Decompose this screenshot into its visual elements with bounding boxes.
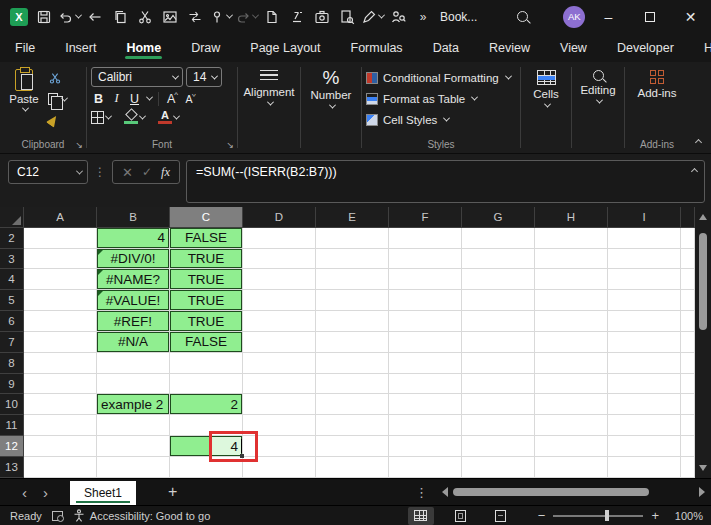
cell-C13[interactable] <box>170 457 243 478</box>
tab-draw[interactable]: Draw <box>190 37 221 59</box>
fill-color-button[interactable] <box>124 110 145 124</box>
cell-A3[interactable] <box>24 249 97 270</box>
select-all-corner[interactable] <box>0 207 24 228</box>
paste-button[interactable]: Paste <box>4 67 44 137</box>
cell-I8[interactable] <box>608 353 681 374</box>
cell-E7[interactable] <box>316 332 389 353</box>
cancel-button[interactable]: ✕ <box>122 165 133 180</box>
tab-review[interactable]: Review <box>488 37 531 59</box>
cell-I5[interactable] <box>608 290 681 311</box>
cell-F9[interactable] <box>389 374 462 395</box>
styles-item-conditional-formatting[interactable]: Conditional Formatting <box>366 67 516 88</box>
horizontal-scrollbar[interactable] <box>442 486 705 498</box>
cell-B6[interactable]: #REF! <box>97 311 170 332</box>
cell-F13[interactable] <box>389 457 462 478</box>
page-break-view-button[interactable] <box>488 507 514 525</box>
cell-F10[interactable] <box>389 394 462 415</box>
bold-button[interactable]: B <box>91 90 106 107</box>
undo-icon[interactable] <box>58 5 81 29</box>
cell-E8[interactable] <box>316 353 389 374</box>
cell-D6[interactable] <box>243 311 316 332</box>
cell-E9[interactable] <box>316 374 389 395</box>
back-icon[interactable] <box>84 5 106 29</box>
cell-H6[interactable] <box>535 311 608 332</box>
row-header-4[interactable]: 4 <box>0 269 24 290</box>
cell-G3[interactable] <box>462 249 535 270</box>
cell-F11[interactable] <box>389 415 462 436</box>
cell-G9[interactable] <box>462 374 535 395</box>
cell-I4[interactable] <box>608 269 681 290</box>
cell-A5[interactable] <box>24 290 97 311</box>
insert-function-button[interactable]: fx <box>161 165 170 180</box>
cell-I12[interactable] <box>608 436 681 457</box>
cell-E5[interactable] <box>316 290 389 311</box>
overflow-icon[interactable]: » <box>412 5 434 29</box>
cell-G12[interactable] <box>462 436 535 457</box>
column-header-G[interactable]: G <box>462 207 535 228</box>
format-painter-button[interactable] <box>48 112 67 128</box>
camera-icon[interactable] <box>311 5 333 29</box>
number-button[interactable]: % Number <box>305 67 357 153</box>
cell-D10[interactable] <box>243 394 316 415</box>
cell-G10[interactable] <box>462 394 535 415</box>
cut-button[interactable] <box>48 70 67 86</box>
cell-E11[interactable] <box>316 415 389 436</box>
search-icon[interactable] <box>511 5 533 29</box>
cell-D13[interactable] <box>243 457 316 478</box>
horizontal-scroll-track[interactable] <box>453 486 693 498</box>
vertical-scrollbar[interactable] <box>695 207 711 478</box>
column-header-C[interactable]: C <box>170 207 243 228</box>
cell-B9[interactable] <box>97 374 170 395</box>
cell-D7[interactable] <box>243 332 316 353</box>
cell-E10[interactable] <box>316 394 389 415</box>
cell-B8[interactable] <box>97 353 170 374</box>
cell-E2[interactable] <box>316 228 389 249</box>
tab-page-layout[interactable]: Page Layout <box>249 37 321 59</box>
previous-sheet-arrow[interactable]: ‹ <box>22 485 27 500</box>
cell-G13[interactable] <box>462 457 535 478</box>
cell-E12[interactable] <box>316 436 389 457</box>
cell-G7[interactable] <box>462 332 535 353</box>
zoom-out-button[interactable]: − <box>538 508 546 523</box>
column-header-F[interactable]: F <box>389 207 462 228</box>
borders-button[interactable] <box>91 111 111 124</box>
fill-handle[interactable] <box>240 454 244 458</box>
collapse-ribbon-button[interactable] <box>695 139 702 146</box>
tab-view[interactable]: View <box>559 37 588 59</box>
expand-formula-bar-button[interactable] <box>691 168 698 175</box>
copy-button[interactable] <box>48 91 67 107</box>
avatar[interactable]: AK <box>563 6 585 28</box>
cell-B7[interactable]: #N/A <box>97 332 170 353</box>
find-replace-icon[interactable] <box>184 5 206 29</box>
clear-formatting-icon[interactable] <box>286 5 308 29</box>
sheet-tab-sheet1[interactable]: Sheet1 <box>70 481 136 505</box>
cut-icon[interactable] <box>134 5 156 29</box>
cell-B2[interactable]: 4 <box>97 228 170 249</box>
macro-record-icon[interactable] <box>52 511 63 521</box>
cell-H2[interactable] <box>535 228 608 249</box>
name-box[interactable]: C12 <box>8 160 88 184</box>
cell-B4[interactable]: #NAME? <box>97 269 170 290</box>
column-header-I[interactable]: I <box>608 207 681 228</box>
cell-H7[interactable] <box>535 332 608 353</box>
row-header-6[interactable]: 6 <box>0 311 24 332</box>
cell-G8[interactable] <box>462 353 535 374</box>
cell-D5[interactable] <box>243 290 316 311</box>
enter-button[interactable]: ✓ <box>142 165 152 179</box>
zoom-in-button[interactable]: + <box>651 508 659 523</box>
font-color-button[interactable]: A <box>158 110 179 124</box>
cell-A7[interactable] <box>24 332 97 353</box>
zoom-level[interactable]: 100% <box>669 510 703 522</box>
column-header-D[interactable]: D <box>243 207 316 228</box>
cell-E13[interactable] <box>316 457 389 478</box>
cell-B10[interactable]: example 2 <box>97 394 170 415</box>
column-header-A[interactable]: A <box>24 207 97 228</box>
row-header-10[interactable]: 10 <box>0 394 24 415</box>
document-search-icon[interactable] <box>336 5 358 29</box>
cell-C11[interactable] <box>170 415 243 436</box>
cell-B11[interactable] <box>97 415 170 436</box>
cell-H5[interactable] <box>535 290 608 311</box>
cell-E3[interactable] <box>316 249 389 270</box>
cell-H13[interactable] <box>535 457 608 478</box>
font-size-select[interactable]: 14 <box>186 67 222 87</box>
